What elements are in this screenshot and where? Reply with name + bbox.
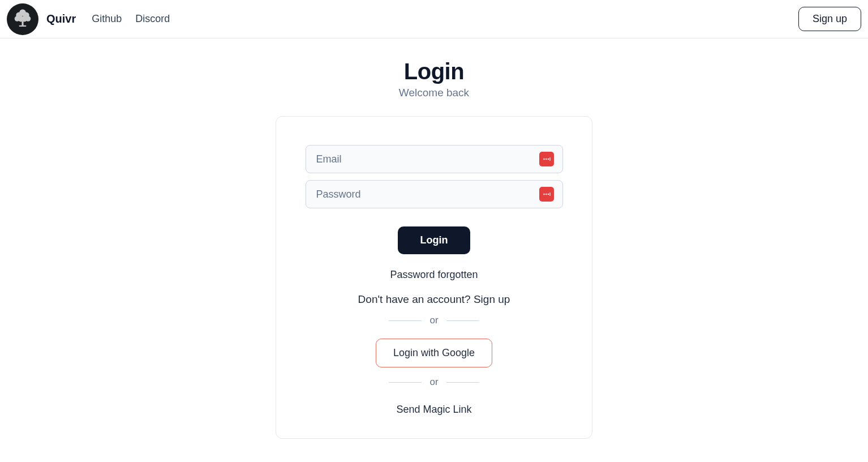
divider-or-2: or	[389, 377, 479, 388]
svg-point-11	[547, 159, 548, 160]
svg-point-10	[545, 159, 547, 160]
forgot-password-link[interactable]: Password forgotten	[390, 269, 478, 281]
logo-circle	[7, 3, 38, 35]
svg-point-15	[547, 194, 548, 195]
svg-point-2	[19, 9, 26, 16]
page-title: Login	[404, 59, 464, 84]
nav-link-github[interactable]: Github	[92, 13, 122, 25]
svg-point-9	[543, 159, 544, 160]
divider-text: or	[429, 315, 438, 326]
nav-link-discord[interactable]: Discord	[135, 13, 170, 25]
brand[interactable]: Quivr	[7, 3, 76, 35]
email-input-wrap	[306, 145, 563, 173]
svg-point-14	[545, 194, 547, 195]
signup-prompt-text: Don't have an account?	[358, 293, 474, 305]
nav-links: Github Discord	[92, 13, 170, 25]
password-input-wrap	[306, 180, 563, 208]
svg-rect-8	[19, 25, 27, 26]
tree-icon	[13, 8, 32, 30]
password-manager-icon[interactable]	[539, 187, 554, 202]
svg-rect-12	[549, 157, 550, 161]
svg-rect-7	[22, 19, 23, 26]
header-left: Quivr Github Discord	[7, 3, 170, 35]
login-button[interactable]: Login	[398, 226, 471, 254]
email-field[interactable]	[306, 145, 563, 173]
svg-point-13	[543, 194, 544, 195]
header: Quivr Github Discord Sign up	[0, 0, 868, 38]
signup-prompt: Don't have an account? Sign up	[358, 293, 510, 306]
divider-or-1: or	[389, 315, 479, 326]
password-manager-icon[interactable]	[539, 152, 554, 166]
login-with-google-button[interactable]: Login with Google	[376, 339, 492, 367]
header-signup-button[interactable]: Sign up	[798, 7, 861, 31]
send-magic-link[interactable]: Send Magic Link	[396, 404, 471, 416]
signup-link[interactable]: Sign up	[474, 293, 510, 305]
page-subtitle: Welcome back	[399, 87, 469, 99]
main: Login Welcome back	[0, 38, 868, 439]
login-card: Login Password forgotten Don't have an a…	[276, 116, 592, 439]
password-field[interactable]	[306, 180, 563, 208]
divider-text: or	[429, 377, 438, 388]
brand-name: Quivr	[46, 12, 76, 25]
svg-rect-16	[549, 192, 550, 196]
